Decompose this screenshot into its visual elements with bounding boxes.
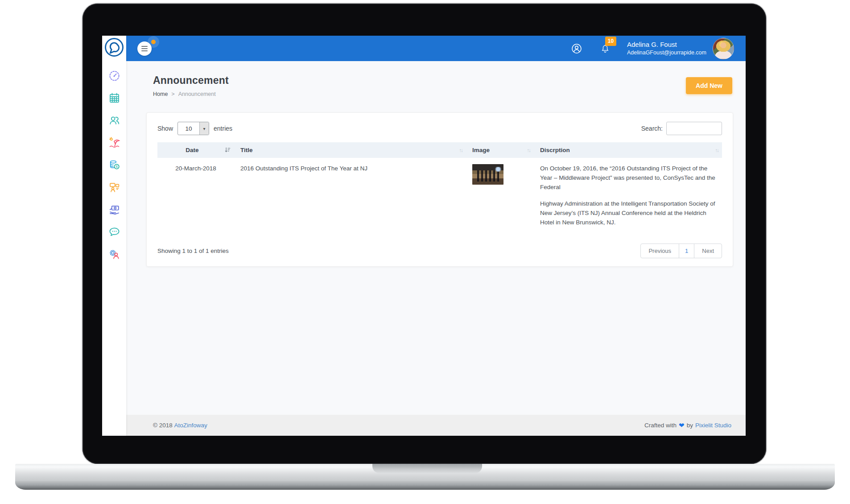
table-info: Showing 1 to 1 of 1 entries	[157, 248, 229, 254]
entries-label: entries	[214, 125, 232, 132]
pagination-page-1[interactable]: 1	[679, 244, 694, 258]
breadcrumb-current: Announcement	[178, 91, 216, 97]
row-title: 2016 Outstanding ITS Project of The Year…	[234, 158, 466, 234]
payment-hand-icon[interactable]	[108, 203, 120, 215]
pagination-previous-button[interactable]: Previous	[641, 244, 679, 258]
search-label: Search:	[641, 125, 663, 132]
row-description: On October 19, 2016, the “2016 Outstandi…	[534, 158, 722, 234]
laptop-mockup: $	[0, 0, 850, 504]
crafted-by-text: by	[687, 422, 693, 429]
laptop-base-notch	[372, 464, 482, 473]
table-row: 20-March-2018 2016 Outstanding ITS Proje…	[157, 158, 722, 234]
user-email: AdelinaGFoust@jourrapide.com	[627, 49, 706, 57]
laptop-base-edge	[15, 481, 835, 490]
app-footer: © 2018 AtoZinfoway Crafted with ❤ by Pix…	[126, 415, 746, 436]
page-title: Announcement	[153, 74, 229, 87]
sort-both-icon: ↑↓	[527, 148, 531, 153]
sidebar-nav: $	[108, 70, 120, 260]
notifications-bell[interactable]: 10	[600, 43, 610, 54]
employees-icon[interactable]	[108, 114, 120, 126]
heart-icon: ❤	[679, 422, 685, 429]
topbar: 10 Adelina G. Foust AdelinaGFoust@jourra…	[126, 36, 746, 61]
calendar-icon[interactable]	[108, 92, 120, 104]
main-area: 10 Adelina G. Foust AdelinaGFoust@jourra…	[126, 36, 746, 436]
announcements-card: Show 10 ▾ entries Search:	[146, 112, 733, 267]
sort-amount-icon	[225, 147, 231, 153]
add-new-button[interactable]: Add New	[686, 77, 732, 94]
page-length-value: 10	[178, 122, 199, 135]
description-paragraph: Highway Administration at the Intelligen…	[540, 199, 716, 227]
user-avatar[interactable]	[713, 38, 734, 59]
user-name: Adelina G. Foust	[627, 40, 706, 49]
show-label: Show	[157, 125, 173, 132]
notification-dot	[151, 40, 156, 44]
profile-icon[interactable]	[571, 43, 582, 54]
dashboard-icon[interactable]	[108, 70, 120, 82]
announcement-image	[472, 164, 503, 185]
app-screen: $	[102, 36, 746, 436]
sort-both-icon: ↑↓	[459, 148, 463, 153]
hamburger-menu-button[interactable]	[137, 41, 152, 56]
page-length-select[interactable]: 10 ▾	[177, 122, 209, 135]
column-header-description[interactable]: Discrption ↑↓	[534, 142, 722, 158]
chevron-down-icon: ▾	[199, 122, 209, 135]
breadcrumb-home-link[interactable]: Home	[153, 91, 168, 97]
announcements-table: Date Title ↑↓	[157, 142, 722, 234]
breadcrumb: Home > Announcement	[153, 91, 229, 97]
search-input[interactable]	[666, 122, 722, 135]
column-header-date[interactable]: Date	[157, 142, 234, 158]
pagination: Previous 1 Next	[640, 244, 722, 258]
meeting-presentation-icon[interactable]	[108, 181, 120, 193]
column-header-title[interactable]: Title ↑↓	[234, 142, 466, 158]
messages-chat-icon[interactable]	[108, 226, 120, 238]
crafted-text: Crafted with	[644, 422, 677, 429]
payroll-coins-icon[interactable]: $	[108, 159, 120, 171]
page-content: Announcement Home > Announcement Add New…	[126, 61, 746, 415]
admin-settings-icon[interactable]	[108, 248, 120, 260]
user-info: Adelina G. Foust AdelinaGFoust@jourrapid…	[627, 40, 706, 57]
description-paragraph: On October 19, 2016, the “2016 Outstandi…	[540, 164, 716, 192]
column-header-image[interactable]: Image ↑↓	[466, 142, 534, 158]
atoz-logo[interactable]	[104, 37, 124, 58]
notification-count-badge: 10	[605, 37, 616, 46]
sidebar: $	[102, 36, 126, 436]
studio-link[interactable]: Pixielit Studio	[695, 422, 731, 429]
pagination-next-button[interactable]: Next	[694, 244, 722, 258]
leave-vacation-icon[interactable]	[108, 136, 120, 149]
sort-both-icon: ↑↓	[715, 148, 719, 153]
brand-link[interactable]: AtoZinfoway	[174, 422, 207, 429]
breadcrumb-separator: >	[171, 91, 174, 97]
row-date: 20-March-2018	[157, 158, 234, 234]
copyright-text: © 2018	[153, 422, 173, 429]
svg-text:$: $	[116, 165, 118, 169]
